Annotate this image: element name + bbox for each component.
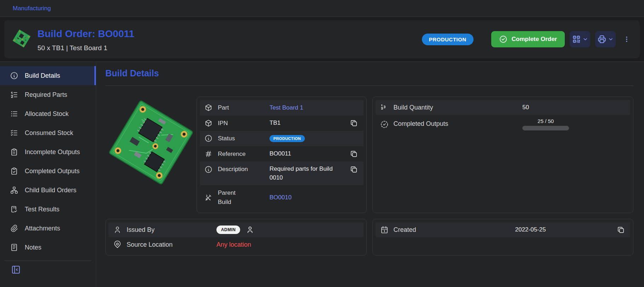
main-panel: Build Details Required Parts Allocated S…	[0, 62, 644, 287]
detail-row-ipn: IPN TB1	[200, 116, 364, 131]
created-date-value: 2022-05-25	[483, 226, 611, 233]
clipboard-dots-icon	[10, 148, 18, 156]
detail-label: Source Location	[127, 241, 211, 248]
build-quantity-value: 50	[522, 104, 529, 111]
sidebar-item-attachments[interactable]: Attachments	[0, 219, 96, 238]
detail-label: Status	[218, 134, 250, 143]
sidebar-item-test-results[interactable]: Test Results	[0, 200, 96, 219]
sidebar-item-required-parts[interactable]: Required Parts	[0, 85, 96, 104]
sidebar-item-label: Attachments	[25, 225, 60, 232]
sidebar-item-completed-outputs[interactable]: Completed Outputs	[0, 162, 96, 181]
file-check-icon	[10, 205, 18, 213]
progress-check-icon	[380, 120, 389, 129]
detail-row-status: Status PRODUCTION	[200, 131, 364, 146]
detail-label: Parent Build	[218, 188, 250, 206]
part-link[interactable]: Test Board 1	[269, 104, 303, 111]
issue-card: Issued By ADMIN Source Location Any loca…	[105, 219, 367, 256]
hash-icon	[204, 150, 213, 158]
detail-row-build-quantity: Build Quantity 50	[376, 100, 631, 115]
detail-label: Issued By	[127, 226, 211, 234]
sidebar-item-allocated-stock[interactable]: Allocated Stock	[0, 104, 96, 123]
copy-button[interactable]	[617, 226, 625, 234]
box-icon	[204, 104, 213, 112]
chevron-down-icon	[582, 36, 588, 42]
build-details-card: Part Test Board 1 IPN TB1	[197, 96, 367, 213]
sidebar-item-build-details[interactable]: Build Details	[0, 66, 96, 85]
sidebar-item-consumed-stock[interactable]: Consumed Stock	[0, 123, 96, 142]
part-image	[105, 96, 197, 213]
info-circle-icon	[10, 71, 18, 80]
completed-outputs-progress: 25 / 50	[522, 118, 569, 130]
detail-row-reference: Reference BO0011	[200, 146, 364, 162]
sidebar-item-child-build-orders[interactable]: Child Build Orders	[0, 181, 96, 200]
status-badge: PRODUCTION	[422, 34, 474, 45]
dots-vertical-icon	[623, 35, 631, 44]
complete-order-button[interactable]: Complete Order	[491, 31, 565, 47]
box-icon	[204, 119, 213, 127]
build-order-thumbnail	[12, 28, 31, 49]
barcode-actions-button[interactable]	[570, 31, 590, 47]
detail-row-description: Description Required parts for Build 001…	[200, 162, 364, 185]
detail-label: IPN	[218, 119, 250, 128]
sidebar-collapse-icon	[11, 264, 21, 275]
printer-icon	[597, 35, 607, 44]
list-check-icon	[10, 129, 18, 137]
calendar-icon	[380, 226, 389, 234]
breadcrumb-manufacturing[interactable]: Manufacturing	[13, 5, 51, 12]
copy-button[interactable]	[350, 150, 358, 158]
detail-label: Reference	[218, 150, 250, 159]
breadcrumb-bar: Manufacturing	[0, 0, 644, 17]
detail-label: Description	[218, 165, 250, 174]
map-pin-icon	[113, 240, 122, 249]
sidebar-item-label: Notes	[25, 244, 41, 251]
sitemap-icon	[10, 186, 18, 194]
copy-button[interactable]	[350, 165, 358, 174]
numbers-123-icon	[380, 103, 389, 112]
sidebar-item-notes[interactable]: Notes	[0, 238, 96, 257]
more-actions-button[interactable]	[623, 35, 631, 44]
detail-label: Build Quantity	[394, 104, 518, 111]
detail-value: BO0011	[255, 150, 344, 157]
print-actions-button[interactable]	[595, 31, 616, 47]
tools-icon	[204, 193, 213, 201]
detail-row-issued-by: Issued By ADMIN	[109, 222, 364, 237]
sidebar-item-label: Required Parts	[25, 91, 67, 99]
pcb-image	[106, 98, 196, 187]
info-circle-icon	[204, 134, 213, 142]
detail-row-completed-outputs: Completed Outputs 25 / 50	[376, 115, 631, 134]
status-badge-small: PRODUCTION	[269, 135, 305, 142]
paperclip-icon	[10, 224, 18, 233]
detail-label: Part	[218, 103, 250, 112]
user-icon	[113, 226, 122, 234]
progress-bar	[522, 126, 569, 130]
quantities-card: Build Quantity 50 Completed Outputs 25 /…	[372, 96, 634, 213]
qrcode-icon	[572, 35, 581, 44]
detail-label: Completed Outputs	[394, 118, 518, 128]
page-subtitle: 50 x TB1 | Test Board 1	[37, 44, 134, 52]
info-circle-icon	[204, 165, 213, 174]
sidebar-item-label: Child Build Orders	[25, 187, 76, 194]
detail-label: Created	[394, 226, 478, 234]
page-title: Build Order: BO0011	[37, 28, 134, 40]
detail-value: Required parts for Build 0010	[269, 165, 335, 182]
content-area: Build Details Part Test Board 1	[96, 62, 644, 287]
source-location-value: Any location	[216, 241, 251, 248]
list-icon	[10, 110, 18, 118]
copy-button[interactable]	[350, 119, 358, 127]
heading-divider	[105, 86, 633, 86]
list-numbers-icon	[10, 90, 18, 99]
sidebar-item-label: Test Results	[25, 206, 59, 213]
detail-row-source-location: Source Location Any location	[109, 237, 364, 252]
sidebar-item-incomplete-outputs[interactable]: Incomplete Outputs	[0, 142, 96, 162]
chevron-down-icon	[608, 36, 614, 42]
issued-by-badge: ADMIN	[216, 226, 240, 234]
collapse-sidebar-button[interactable]	[10, 264, 22, 276]
sidebar-item-label: Build Details	[25, 72, 60, 80]
progress-text: 25 / 50	[522, 118, 569, 124]
parent-build-link[interactable]: BO0010	[269, 194, 291, 201]
circle-check-icon	[499, 35, 507, 43]
dates-card: Created 2022-05-25	[372, 219, 634, 256]
sidebar: Build Details Required Parts Allocated S…	[0, 62, 96, 287]
detail-row-created: Created 2022-05-25	[376, 222, 631, 237]
sidebar-item-label: Completed Outputs	[25, 168, 80, 175]
